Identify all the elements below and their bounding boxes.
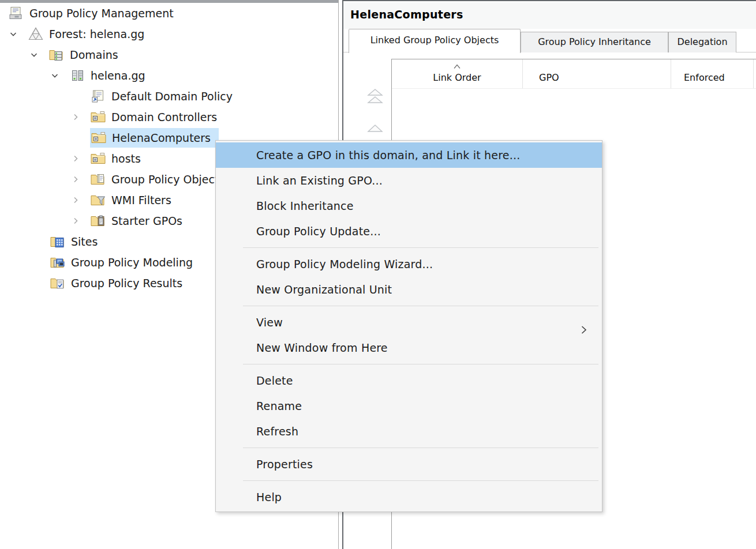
- menu-item-create-gpo-and-link[interactable]: Create a GPO in this domain, and Link it…: [216, 142, 602, 168]
- menu-item-new-organizational-unit[interactable]: New Organizational Unit: [216, 277, 602, 302]
- menu-item-label: Help: [256, 491, 282, 503]
- column-header-link-order[interactable]: Link Order: [392, 59, 523, 88]
- chevron-placeholder: [30, 257, 50, 268]
- tab-label: Group Policy Inheritance: [538, 36, 651, 47]
- sort-ascending-icon: [452, 61, 462, 72]
- menu-item-properties[interactable]: Properties: [216, 452, 602, 477]
- tree-item-default-domain-policy[interactable]: Default Domain Policy: [0, 86, 338, 107]
- menu-item-label: New Organizational Unit: [256, 283, 392, 296]
- menu-item-label: View: [256, 316, 283, 329]
- column-header-filler: [754, 59, 756, 88]
- chevron-placeholder: [30, 278, 50, 288]
- tree-item-domain-helena-gg[interactable]: helena.gg: [0, 65, 338, 86]
- menu-item-label: Delete: [256, 374, 293, 387]
- menu-item-refresh[interactable]: Refresh: [216, 419, 602, 444]
- ou-folder-icon: [91, 130, 107, 145]
- domain-servers-icon: [69, 68, 85, 83]
- menu-separator: [243, 306, 598, 306]
- tab-group-policy-inheritance[interactable]: Group Policy Inheritance: [521, 32, 668, 52]
- chevron-down-icon[interactable]: [8, 29, 28, 39]
- chevron-placeholder: [70, 133, 90, 143]
- domains-folder-icon: [48, 47, 65, 62]
- tab-strip: Linked Group Policy Objects Group Policy…: [343, 29, 756, 52]
- page-title: HelenaComputers: [350, 8, 756, 21]
- gpo-shortcut-icon: [90, 89, 106, 104]
- gp-results-icon: [50, 276, 66, 291]
- tree-item-label: Group Policy Management: [29, 7, 174, 20]
- tree-item-group-policy-management[interactable]: Group Policy Management: [0, 3, 338, 24]
- menu-item-new-window-from-here[interactable]: New Window from Here: [216, 335, 602, 360]
- move-link-to-top-button[interactable]: [366, 88, 384, 112]
- column-header-enforced[interactable]: Enforced: [671, 59, 754, 88]
- menu-separator: [243, 480, 598, 481]
- move-link-up-button[interactable]: [366, 123, 384, 137]
- tree-item-label: Default Domain Policy: [111, 90, 233, 103]
- menu-item-block-inheritance[interactable]: Block Inheritance: [216, 193, 602, 219]
- chevron-right-icon[interactable]: [70, 216, 90, 226]
- gp-modeling-icon: [50, 255, 66, 270]
- menu-item-group-policy-update[interactable]: Group Policy Update...: [216, 219, 602, 244]
- menu-item-delete[interactable]: Delete: [216, 368, 602, 393]
- tree-item-label: HelenaComputers: [112, 131, 211, 144]
- gpmc-icon: [8, 6, 24, 21]
- tree-item-label: Group Policy Results: [71, 277, 182, 289]
- menu-item-rename[interactable]: Rename: [216, 393, 602, 419]
- menu-item-view[interactable]: View: [216, 310, 602, 335]
- menu-item-help[interactable]: Help: [216, 484, 602, 510]
- menu-item-label: New Window from Here: [256, 341, 388, 354]
- results-title-bar: HelenaComputers: [343, 2, 756, 29]
- menu-item-label: Link an Existing GPO...: [256, 174, 383, 187]
- tree-item-domain-controllers[interactable]: Domain Controllers: [0, 107, 338, 127]
- tab-delegation[interactable]: Delegation: [668, 32, 736, 52]
- column-header-label: GPO: [539, 72, 559, 83]
- starter-gpos-folder-icon: [90, 213, 106, 228]
- menu-item-label: Rename: [256, 400, 302, 412]
- tree-item-label: Starter GPOs: [111, 215, 182, 227]
- tree-item-label: Domain Controllers: [111, 111, 217, 123]
- menu-item-label: Properties: [256, 458, 313, 471]
- column-header-gpo[interactable]: GPO: [523, 59, 671, 88]
- menu-item-label: Create a GPO in this domain, and Link it…: [256, 149, 520, 161]
- menu-item-label: Group Policy Update...: [256, 225, 381, 238]
- chevron-right-icon[interactable]: [70, 195, 90, 205]
- menu-item-label: Group Policy Modeling Wizard...: [256, 258, 433, 270]
- tree-item-label: Group Policy Modeling: [71, 256, 193, 269]
- tree-item-domains[interactable]: Domains: [0, 44, 338, 65]
- tab-label: Linked Group Policy Objects: [370, 35, 499, 46]
- table-header-row: Link Order GPO Enforced: [392, 59, 756, 89]
- chevron-placeholder: [70, 91, 90, 101]
- chevron-down-icon[interactable]: [50, 70, 69, 81]
- chevron-right-icon[interactable]: [70, 112, 90, 122]
- column-header-label: Enforced: [684, 72, 725, 83]
- ou-folder-icon: [90, 110, 106, 125]
- tree-item-label: Forest: helena.gg: [49, 28, 144, 40]
- menu-separator: [243, 247, 598, 248]
- menu-item-label: Refresh: [256, 425, 298, 438]
- menu-item-link-existing-gpo[interactable]: Link an Existing GPO...: [216, 168, 602, 193]
- tree-item-label: Sites: [71, 235, 98, 248]
- tree-item-label: WMI Filters: [111, 194, 171, 206]
- tab-label: Delegation: [677, 36, 727, 47]
- sites-folder-icon: [50, 234, 66, 249]
- menu-separator: [243, 364, 598, 364]
- context-menu: Create a GPO in this domain, and Link it…: [215, 140, 602, 512]
- menu-item-group-policy-modeling-wizard[interactable]: Group Policy Modeling Wizard...: [216, 251, 602, 277]
- menu-separator: [243, 448, 598, 448]
- tree-selection-highlight: HelenaComputers: [90, 128, 219, 148]
- ou-folder-icon: [90, 151, 106, 166]
- tab-linked-group-policy-objects[interactable]: Linked Group Policy Objects: [349, 29, 521, 53]
- forest-icon: [28, 27, 44, 42]
- chevron-right-icon[interactable]: [70, 153, 90, 164]
- gpmc-window: Group Policy Management Forest: helena.g…: [0, 0, 756, 549]
- wmi-filters-folder-icon: [90, 193, 106, 208]
- tree-item-label: Domains: [70, 48, 118, 61]
- gpo-folder-icon: [90, 172, 106, 187]
- chevron-placeholder: [30, 236, 50, 247]
- chevron-down-icon[interactable]: [29, 50, 48, 60]
- column-header-label: Link Order: [433, 72, 481, 83]
- menu-item-label: Block Inheritance: [256, 200, 354, 212]
- tree-item-label: helena.gg: [91, 69, 145, 82]
- tree-item-label: hosts: [111, 152, 141, 165]
- chevron-right-icon[interactable]: [70, 174, 90, 185]
- tree-item-forest[interactable]: Forest: helena.gg: [0, 24, 338, 44]
